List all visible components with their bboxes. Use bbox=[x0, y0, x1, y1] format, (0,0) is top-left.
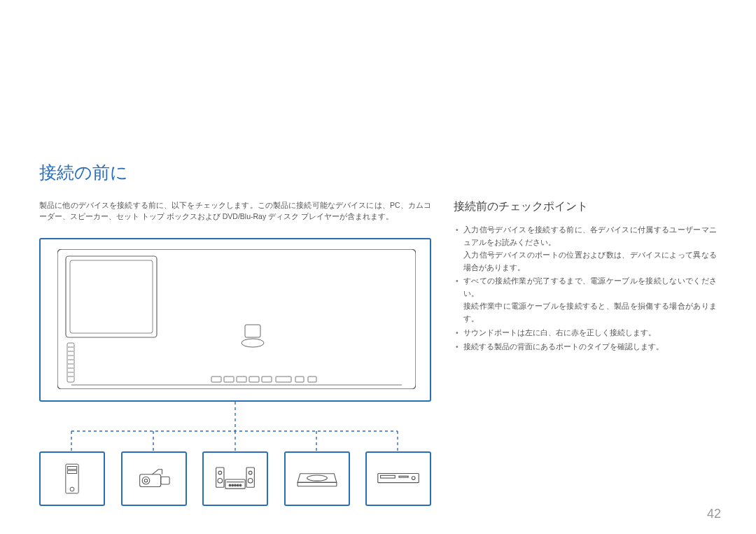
svg-rect-34 bbox=[139, 474, 160, 486]
svg-point-49 bbox=[237, 484, 239, 486]
svg-point-46 bbox=[229, 484, 231, 486]
svg-point-50 bbox=[239, 484, 241, 486]
svg-rect-15 bbox=[211, 377, 221, 382]
svg-rect-22 bbox=[308, 377, 316, 382]
svg-rect-18 bbox=[249, 377, 259, 382]
list-item-text: すべての接続作業が完了するまで、電源ケーブルを接続しないでください。 bbox=[463, 276, 717, 297]
svg-rect-31 bbox=[67, 466, 76, 469]
svg-point-42 bbox=[248, 471, 252, 475]
page-number: 42 bbox=[707, 507, 721, 521]
svg-rect-2 bbox=[70, 260, 153, 333]
svg-point-55 bbox=[412, 476, 415, 479]
svg-point-40 bbox=[218, 478, 223, 483]
svg-rect-12 bbox=[245, 325, 260, 337]
device-camcorder bbox=[121, 451, 187, 506]
connection-diagram bbox=[39, 238, 431, 490]
monitor-back-illustration bbox=[39, 238, 431, 402]
svg-rect-44 bbox=[225, 479, 245, 488]
list-item: 接続する製品の背面にあるポートのタイプを確認します。 bbox=[454, 341, 717, 353]
list-item: サウンドポートは左に白、右に赤を正しく接続します。 bbox=[454, 327, 717, 339]
list-item-text: 入力信号デバイスを接続する前に、各デバイスに付属するユーザーマニュアルをお読みく… bbox=[463, 225, 717, 246]
svg-rect-54 bbox=[381, 475, 396, 478]
svg-point-43 bbox=[248, 478, 253, 483]
svg-rect-36 bbox=[160, 477, 169, 484]
device-pc-tower bbox=[39, 451, 105, 506]
svg-rect-41 bbox=[246, 468, 254, 487]
intro-text: 製品に他のデバイスを接続する前に、以下をチェックします。この製品に接続可能なデバ… bbox=[39, 199, 431, 223]
device-disc-player bbox=[365, 451, 431, 506]
svg-rect-38 bbox=[216, 468, 224, 487]
svg-point-52 bbox=[307, 475, 327, 481]
list-item-sub: 接続作業中に電源ケーブルを接続すると、製品を損傷する場合があります。 bbox=[463, 300, 717, 325]
list-item: 入力信号デバイスを接続する前に、各デバイスに付属するユーザーマニュアルをお読みく… bbox=[454, 224, 717, 274]
svg-point-47 bbox=[232, 484, 234, 486]
page-title: 接続の前に bbox=[39, 161, 717, 184]
svg-point-35 bbox=[142, 477, 150, 484]
svg-point-13 bbox=[241, 339, 264, 347]
svg-rect-0 bbox=[57, 249, 416, 389]
svg-rect-17 bbox=[237, 377, 246, 382]
svg-rect-16 bbox=[224, 377, 234, 382]
svg-rect-19 bbox=[262, 377, 272, 382]
svg-point-48 bbox=[234, 484, 237, 486]
svg-rect-56 bbox=[399, 476, 408, 477]
svg-rect-3 bbox=[67, 343, 74, 382]
list-item-text: サウンドポートは左に白、右に赤を正しく接続します。 bbox=[463, 328, 656, 337]
svg-rect-32 bbox=[67, 470, 76, 473]
svg-rect-21 bbox=[295, 377, 304, 382]
svg-point-39 bbox=[218, 471, 222, 475]
svg-rect-51 bbox=[298, 482, 337, 486]
svg-point-33 bbox=[70, 487, 74, 491]
subheading: 接続前のチェックポイント bbox=[454, 199, 717, 214]
svg-rect-20 bbox=[276, 377, 291, 382]
list-item: すべての接続作業が完了するまで、電源ケーブルを接続しないでください。 接続作業中… bbox=[454, 275, 717, 325]
device-settop-box bbox=[284, 451, 350, 506]
list-item-text: 接続する製品の背面にあるポートのタイプを確認します。 bbox=[463, 342, 664, 351]
svg-point-37 bbox=[144, 479, 147, 482]
device-speaker-system bbox=[202, 451, 268, 506]
svg-rect-1 bbox=[66, 256, 157, 337]
list-item-sub: 入力信号デバイスのポートの位置および数は、デバイスによって異なる場合があります。 bbox=[463, 249, 717, 274]
checkpoints-list: 入力信号デバイスを接続する前に、各デバイスに付属するユーザーマニュアルをお読みく… bbox=[454, 224, 717, 353]
